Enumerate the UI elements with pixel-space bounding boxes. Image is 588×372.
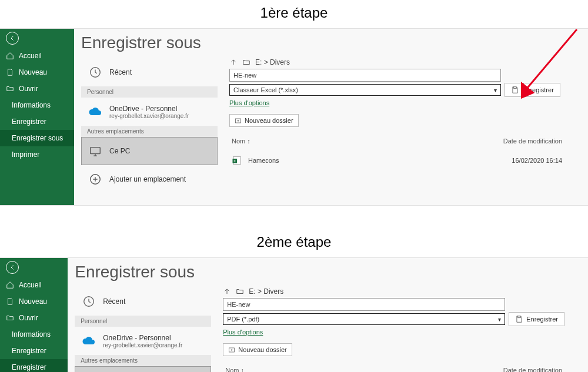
new-folder-label: Nouveau dossier xyxy=(245,117,293,124)
chevron-down-icon: ▾ xyxy=(498,316,501,323)
up-arrow-icon xyxy=(229,58,238,66)
location-label: OneDrive - Personnel xyxy=(103,334,182,342)
location-recent[interactable]: Récent xyxy=(81,58,218,86)
path-breadcrumb[interactable]: E: > Divers xyxy=(229,58,564,66)
new-folder-icon xyxy=(235,117,242,124)
col-date-header[interactable]: Date de modification xyxy=(503,138,562,145)
file-date: 16/02/2020 16:14 xyxy=(512,157,562,164)
sidebar-item-open[interactable]: Ouvrir xyxy=(0,310,68,326)
sidebar-label: Enregistrer xyxy=(12,118,46,126)
location-this-pc[interactable]: Ce PC xyxy=(81,137,218,165)
new-folder-button[interactable]: Nouveau dossier xyxy=(223,343,292,356)
col-date-header[interactable]: Date de modification xyxy=(503,367,562,372)
folder-icon xyxy=(236,287,244,296)
back-button[interactable] xyxy=(6,32,19,45)
location-sublabel: rey-grobellet.xavier@orange.fr xyxy=(103,342,182,348)
file-format-select[interactable]: PDF (*.pdf) ▾ xyxy=(223,313,505,325)
sidebar-item-home[interactable]: Accueil xyxy=(0,48,74,64)
excel-file-icon: X xyxy=(232,155,242,166)
file-panel: E: > Divers Classeur Excel (*.xlsx) ▾ En… xyxy=(229,58,588,193)
file-panel: E: > Divers PDF (*.pdf) ▾ Enregistrer xyxy=(223,287,588,372)
main-panel: Enregistrer sous Récent Personnel xyxy=(68,258,588,372)
col-name-header[interactable]: Nom ↑ xyxy=(225,367,244,372)
sidebar-label: Ouvrir xyxy=(19,314,38,322)
save-icon xyxy=(515,315,523,323)
folder-icon xyxy=(242,58,250,66)
sidebar-item-save-as[interactable]: Enregistrer sous xyxy=(0,130,74,146)
file-list-header: Nom ↑ Date de modification xyxy=(223,367,564,372)
sidebar-item-save[interactable]: Enregistrer xyxy=(0,343,68,359)
file-name: Hamecons xyxy=(248,157,279,164)
sidebar-item-save[interactable]: Enregistrer xyxy=(0,113,74,130)
save-button-label: Enregistrer xyxy=(522,86,554,93)
sidebar-label: Nouveau xyxy=(19,68,47,76)
locations-column: Récent Personnel OneDrive - Personnel re… xyxy=(75,287,211,372)
location-add[interactable]: Ajouter un emplacement xyxy=(81,165,218,193)
locations-header-personal: Personnel xyxy=(81,86,218,98)
location-label: Récent xyxy=(109,68,132,76)
sidebar: Accueil Nouveau Ouvrir Informations Enre… xyxy=(0,29,74,205)
page-title: Enregistrer sous xyxy=(81,33,588,58)
format-value: Classeur Excel (*.xlsx) xyxy=(233,86,298,93)
location-label: Ajouter un emplacement xyxy=(109,175,186,183)
sidebar-item-new[interactable]: Nouveau xyxy=(0,293,68,310)
svg-text:X: X xyxy=(233,159,236,163)
file-list-header: Nom ↑ Date de modification xyxy=(229,138,564,147)
step1-app-window: Accueil Nouveau Ouvrir Informations Enre… xyxy=(0,28,588,206)
sidebar-label: Accueil xyxy=(19,281,42,289)
new-folder-button[interactable]: Nouveau dossier xyxy=(229,114,299,127)
location-onedrive[interactable]: OneDrive - Personnel rey-grobellet.xavie… xyxy=(75,327,211,355)
format-value: PDF (*.pdf) xyxy=(227,316,259,323)
locations-header-other: Autres emplacements xyxy=(81,126,218,137)
up-arrow-icon xyxy=(223,287,231,296)
chevron-down-icon: ▾ xyxy=(494,87,497,93)
back-button[interactable] xyxy=(6,261,19,274)
sidebar-label: Informations xyxy=(12,101,51,109)
locations-header-personal: Personnel xyxy=(75,316,211,327)
step2-title: 2ème étape xyxy=(0,229,588,257)
location-label: Récent xyxy=(103,297,125,306)
new-folder-label: Nouveau dossier xyxy=(238,346,287,353)
locations-header-other: Autres emplacements xyxy=(75,355,211,366)
page-title: Enregistrer sous xyxy=(75,263,588,287)
location-onedrive[interactable]: OneDrive - Personnel rey-grobellet.xavie… xyxy=(81,98,218,126)
sidebar-label: Enregistrer xyxy=(12,347,46,355)
sidebar-label: Informations xyxy=(12,330,51,339)
sidebar-label: Imprimer xyxy=(12,150,39,159)
location-sublabel: rey-grobellet.xavier@orange.fr xyxy=(109,113,189,119)
step2-app-window: Accueil Nouveau Ouvrir Informations Enre… xyxy=(0,257,588,372)
location-this-pc[interactable]: Ce PC xyxy=(75,366,211,372)
locations-column: Récent Personnel OneDrive - Personnel re… xyxy=(81,58,218,193)
sidebar-item-print[interactable]: Imprimer xyxy=(0,146,74,163)
file-row[interactable]: X Hamecons 16/02/2020 16:14 xyxy=(229,147,564,174)
path-text: E: > Divers xyxy=(249,287,283,296)
save-button[interactable]: Enregistrer xyxy=(505,83,560,97)
col-name-header[interactable]: Nom ↑ xyxy=(232,138,250,145)
sidebar-item-info[interactable]: Informations xyxy=(0,326,68,343)
sidebar-label: Accueil xyxy=(19,52,42,60)
file-format-select[interactable]: Classeur Excel (*.xlsx) ▾ xyxy=(229,84,501,96)
sidebar-item-save-as[interactable]: Enregistrer sous xyxy=(0,359,68,372)
location-label: Ce PC xyxy=(109,147,130,155)
save-button-label: Enregistrer xyxy=(526,316,558,323)
sidebar-label: Enregistrer sous xyxy=(12,363,62,372)
more-options-link[interactable]: Plus d'options xyxy=(223,329,263,336)
step1-title: 1ère étape xyxy=(0,0,588,28)
more-options-link[interactable]: Plus d'options xyxy=(229,99,269,106)
save-button[interactable]: Enregistrer xyxy=(509,312,564,326)
save-icon xyxy=(511,86,519,94)
filename-input[interactable] xyxy=(223,298,505,311)
main-panel: Enregistrer sous Récent Personnel xyxy=(74,29,588,205)
path-breadcrumb[interactable]: E: > Divers xyxy=(223,287,564,296)
sidebar: Accueil Nouveau Ouvrir Informations Enre… xyxy=(0,258,68,372)
location-recent[interactable]: Récent xyxy=(75,287,211,316)
sidebar-item-open[interactable]: Ouvrir xyxy=(0,81,74,97)
path-text: E: > Divers xyxy=(255,58,290,66)
filename-input[interactable] xyxy=(229,69,501,82)
sidebar-label: Enregistrer sous xyxy=(12,134,63,142)
sidebar-item-new[interactable]: Nouveau xyxy=(0,64,74,81)
svg-rect-2 xyxy=(91,148,101,154)
sidebar-item-info[interactable]: Informations xyxy=(0,97,74,113)
new-folder-icon xyxy=(228,346,235,353)
sidebar-item-home[interactable]: Accueil xyxy=(0,277,68,293)
